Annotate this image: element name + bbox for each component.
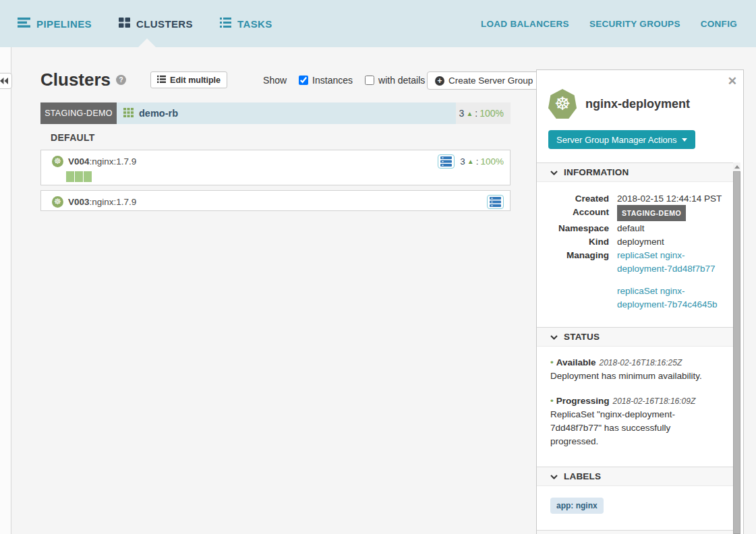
- cluster-instance-count: 3: [459, 108, 465, 119]
- nav-config[interactable]: CONFIG: [701, 19, 737, 29]
- server-group-log-button[interactable]: [487, 195, 504, 209]
- instance-box[interactable]: [84, 171, 92, 182]
- status-time: 2018-02-16T18:16:09Z: [613, 396, 696, 406]
- nav-clusters[interactable]: CLUSTERS: [119, 18, 193, 30]
- status-name: Progressing: [556, 396, 610, 406]
- kubernetes-icon: ☸: [52, 156, 63, 167]
- list-icon: [157, 76, 166, 85]
- account-badge: STAGING-DEMO: [40, 102, 117, 124]
- nav-clusters-label: CLUSTERS: [136, 18, 193, 30]
- info-row-managing: Managing replicaSet nginx-deployment-7dd…: [537, 249, 729, 320]
- details-body: INFORMATION Created 2018-02-15 12:44:14 …: [537, 162, 733, 534]
- count-separator: :: [475, 108, 477, 119]
- tasks-icon: [220, 18, 231, 30]
- server-group-card-v004[interactable]: ☸ V004:nginx:1.7.9 3 ▲ : 100%: [40, 150, 511, 185]
- create-server-group-button[interactable]: + Create Server Group: [427, 71, 541, 90]
- close-icon[interactable]: ✕: [728, 74, 737, 88]
- kubernetes-logo-icon: ☸: [548, 89, 577, 119]
- created-value: 2018-02-15 12:44:14 PST: [609, 192, 722, 206]
- scroll-up-arrow-icon[interactable]: [734, 165, 740, 169]
- with-details-checkbox[interactable]: [365, 76, 374, 85]
- namespace-value: default: [609, 222, 645, 235]
- section-annotations[interactable]: ANNOTATIONS: [537, 530, 733, 534]
- instances-checkbox-row: Instances: [299, 75, 353, 86]
- status-name: Available: [556, 357, 596, 367]
- region-heading: DEFAULT: [51, 132, 95, 143]
- info-row-namespace: Namespace default: [537, 222, 729, 235]
- status-time: 2018-02-16T18:16:25Z: [600, 358, 682, 367]
- instances-label: Instances: [312, 75, 353, 86]
- created-label: Created: [537, 192, 609, 206]
- details-panel: ✕ ☸ nginx-deployment Server Group Manage…: [536, 69, 744, 534]
- status-entry-available: •Available2018-02-16T18:16:25Z Deploymen…: [550, 356, 717, 383]
- server-group-version: V003: [68, 197, 90, 207]
- server-group-title: V004:nginx:1.7.9: [68, 156, 136, 167]
- information-content: Created 2018-02-15 12:44:14 PST Account …: [537, 182, 733, 327]
- pipelines-icon: [18, 18, 30, 30]
- info-row-created: Created 2018-02-15 12:44:14 PST: [537, 192, 729, 206]
- server-group-health-summary: 3 ▲ : 100%: [460, 156, 504, 167]
- namespace-label: Namespace: [537, 222, 609, 235]
- server-group-log-button[interactable]: [438, 154, 455, 169]
- account-badge: STAGING-DEMO: [617, 205, 686, 221]
- status-message: Deployment has minimum availability.: [550, 369, 717, 383]
- section-status[interactable]: STATUS: [537, 327, 733, 347]
- cluster-name-bar[interactable]: demo-rb: [117, 102, 456, 124]
- scrollbar-thumb[interactable]: [733, 171, 740, 534]
- panel-scrollbar[interactable]: [733, 162, 740, 534]
- actions-button-label: Server Group Manager Actions: [556, 135, 676, 145]
- edit-multiple-label: Edit multiple: [170, 76, 221, 85]
- sidebar-expand-button[interactable]: [0, 73, 12, 89]
- account-value: STAGING-DEMO: [609, 206, 686, 222]
- clusters-icon: [119, 18, 130, 30]
- status-entry-progressing: •Progressing2018-02-16T18:16:09Z Replica…: [550, 394, 717, 448]
- nav-pipelines[interactable]: PIPELINES: [18, 18, 92, 30]
- green-bullet-icon: •: [550, 396, 554, 406]
- up-arrow-icon: ▲: [466, 110, 473, 117]
- nav-tasks-label: TASKS: [237, 18, 272, 30]
- instance-box[interactable]: [66, 171, 74, 182]
- nav-left-group: PIPELINES CLUSTERS TASKS: [0, 18, 272, 30]
- section-labels-label: LABELS: [564, 471, 601, 481]
- kubernetes-icon: ☸: [52, 196, 63, 208]
- status-content: •Available2018-02-16T18:16:25Z Deploymen…: [537, 347, 733, 463]
- instances-checkbox[interactable]: [299, 76, 308, 85]
- server-group-image: :nginx:1.7.9: [90, 197, 137, 207]
- label-badge: app: nginx: [550, 498, 604, 514]
- server-group-manager-actions-button[interactable]: Server Group Manager Actions: [548, 130, 695, 149]
- info-row-kind: Kind deployment: [537, 235, 729, 249]
- show-label: Show: [263, 75, 287, 86]
- cluster-health-percent: 100%: [479, 108, 504, 119]
- chevron-down-icon: [550, 471, 558, 481]
- edit-multiple-button[interactable]: Edit multiple: [150, 71, 227, 88]
- nav-load-balancers[interactable]: LOAD BALANCERS: [481, 19, 569, 29]
- clusters-screen: PIPELINES CLUSTERS TASKS LOAD BALANCERS …: [0, 0, 756, 534]
- info-row-account: Account STAGING-DEMO: [537, 206, 729, 222]
- chevron-down-icon: [550, 332, 558, 342]
- selected-tab-caret: [138, 38, 156, 47]
- section-information[interactable]: INFORMATION: [537, 162, 733, 182]
- server-group-header: ☸ V004:nginx:1.7.9 3 ▲ : 100%: [41, 150, 510, 169]
- double-left-chevron-icon: [0, 75, 8, 87]
- green-bullet-icon: •: [550, 357, 554, 367]
- cluster-group-header[interactable]: STAGING-DEMO demo-rb 3 ▲ : 100%: [40, 102, 511, 124]
- nav-security-groups[interactable]: SECURITY GROUPS: [589, 19, 680, 29]
- top-nav: PIPELINES CLUSTERS TASKS LOAD BALANCERS …: [0, 0, 756, 47]
- account-label: Account: [537, 206, 609, 222]
- labels-content: app: nginx: [537, 486, 733, 530]
- server-group-card-v003[interactable]: ☸ V003:nginx:1.7.9: [40, 190, 511, 211]
- nav-tasks[interactable]: TASKS: [220, 18, 272, 30]
- instance-box[interactable]: [75, 171, 83, 182]
- count-separator: :: [476, 156, 479, 167]
- help-icon[interactable]: ?: [116, 75, 126, 85]
- left-sidebar-strip: [0, 47, 11, 534]
- section-labels[interactable]: LABELS: [537, 467, 733, 486]
- server-group-title: V003:nginx:1.7.9: [68, 197, 136, 207]
- chevron-down-icon: [550, 167, 558, 177]
- cluster-health-summary: 3 ▲ : 100%: [456, 102, 511, 124]
- managing-value: replicaSet nginx-deployment-7dd48f7b77 r…: [609, 249, 729, 320]
- replicaset-link[interactable]: replicaSet nginx-deployment-7b74c4645b: [617, 285, 729, 312]
- plus-circle-icon: +: [435, 76, 444, 86]
- replicaset-link[interactable]: replicaSet nginx-deployment-7dd48f7b77: [617, 249, 729, 276]
- server-group-count: 3: [460, 156, 465, 167]
